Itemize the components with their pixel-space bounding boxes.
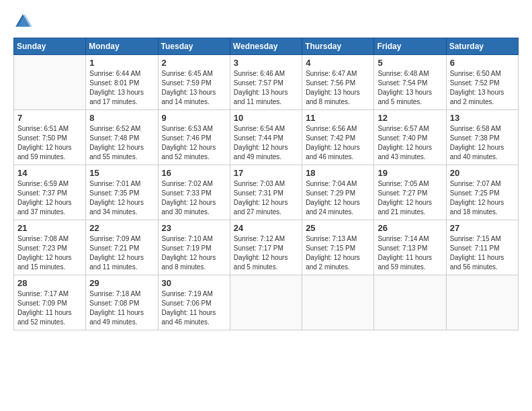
day-info: Sunrise: 7:13 AM Sunset: 7:15 PM Dayligh… [306, 234, 370, 272]
day-number: 17 [234, 168, 298, 178]
calendar-cell: 3Sunrise: 6:46 AM Sunset: 7:57 PM Daylig… [230, 55, 302, 110]
day-number: 25 [306, 223, 370, 233]
calendar-cell [302, 275, 374, 330]
day-info: Sunrise: 7:03 AM Sunset: 7:31 PM Dayligh… [234, 179, 298, 217]
calendar-cell: 23Sunrise: 7:10 AM Sunset: 7:19 PM Dayli… [158, 220, 230, 275]
day-info: Sunrise: 6:53 AM Sunset: 7:46 PM Dayligh… [162, 124, 226, 162]
weekday-header-monday: Monday [86, 38, 158, 55]
calendar: SundayMondayTuesdayWednesdayThursdayFrid… [13, 38, 519, 330]
day-info: Sunrise: 7:08 AM Sunset: 7:23 PM Dayligh… [17, 234, 82, 272]
calendar-cell: 12Sunrise: 6:57 AM Sunset: 7:40 PM Dayli… [374, 110, 446, 165]
day-number: 6 [450, 58, 515, 68]
calendar-cell: 24Sunrise: 7:12 AM Sunset: 7:17 PM Dayli… [230, 220, 302, 275]
calendar-cell: 9Sunrise: 6:53 AM Sunset: 7:46 PM Daylig… [158, 110, 230, 165]
day-number: 21 [17, 223, 82, 233]
day-info: Sunrise: 7:14 AM Sunset: 7:13 PM Dayligh… [378, 234, 442, 272]
calendar-cell: 15Sunrise: 7:01 AM Sunset: 7:35 PM Dayli… [86, 165, 158, 220]
day-info: Sunrise: 6:59 AM Sunset: 7:37 PM Dayligh… [17, 179, 82, 217]
day-info: Sunrise: 7:07 AM Sunset: 7:25 PM Dayligh… [450, 179, 515, 217]
day-number: 14 [17, 168, 82, 178]
day-number: 11 [306, 113, 370, 123]
calendar-row: 1Sunrise: 6:44 AM Sunset: 8:01 PM Daylig… [14, 55, 519, 110]
calendar-row: 28Sunrise: 7:17 AM Sunset: 7:09 PM Dayli… [14, 275, 519, 330]
calendar-cell: 27Sunrise: 7:15 AM Sunset: 7:11 PM Dayli… [446, 220, 518, 275]
calendar-cell: 8Sunrise: 6:52 AM Sunset: 7:48 PM Daylig… [86, 110, 158, 165]
day-info: Sunrise: 6:58 AM Sunset: 7:38 PM Dayligh… [450, 124, 515, 162]
day-info: Sunrise: 7:17 AM Sunset: 7:09 PM Dayligh… [17, 289, 82, 327]
day-number: 5 [378, 58, 442, 68]
calendar-cell: 4Sunrise: 6:47 AM Sunset: 7:56 PM Daylig… [302, 55, 374, 110]
day-number: 22 [89, 223, 154, 233]
calendar-cell: 11Sunrise: 6:56 AM Sunset: 7:42 PM Dayli… [302, 110, 374, 165]
day-info: Sunrise: 7:02 AM Sunset: 7:33 PM Dayligh… [162, 179, 226, 217]
weekday-header-sunday: Sunday [14, 38, 86, 55]
day-number: 9 [162, 113, 226, 123]
page: SundayMondayTuesdayWednesdayThursdayFrid… [0, 0, 532, 411]
day-info: Sunrise: 7:19 AM Sunset: 7:06 PM Dayligh… [162, 289, 226, 327]
day-number: 16 [162, 168, 226, 178]
day-info: Sunrise: 7:09 AM Sunset: 7:21 PM Dayligh… [89, 234, 154, 272]
day-info: Sunrise: 6:54 AM Sunset: 7:44 PM Dayligh… [234, 124, 298, 162]
day-number: 10 [234, 113, 298, 123]
day-number: 27 [450, 223, 515, 233]
calendar-cell: 1Sunrise: 6:44 AM Sunset: 8:01 PM Daylig… [86, 55, 158, 110]
day-number: 26 [378, 223, 442, 233]
calendar-cell: 2Sunrise: 6:45 AM Sunset: 7:59 PM Daylig… [158, 55, 230, 110]
day-number: 23 [162, 223, 226, 233]
day-info: Sunrise: 7:01 AM Sunset: 7:35 PM Dayligh… [89, 179, 154, 217]
weekday-header-row: SundayMondayTuesdayWednesdayThursdayFrid… [14, 38, 519, 55]
calendar-cell [230, 275, 302, 330]
day-info: Sunrise: 6:51 AM Sunset: 7:50 PM Dayligh… [17, 124, 82, 162]
calendar-cell: 28Sunrise: 7:17 AM Sunset: 7:09 PM Dayli… [14, 275, 86, 330]
day-number: 8 [89, 113, 154, 123]
calendar-cell: 13Sunrise: 6:58 AM Sunset: 7:38 PM Dayli… [446, 110, 518, 165]
calendar-cell: 29Sunrise: 7:18 AM Sunset: 7:08 PM Dayli… [86, 275, 158, 330]
day-number: 13 [450, 113, 515, 123]
calendar-cell: 26Sunrise: 7:14 AM Sunset: 7:13 PM Dayli… [374, 220, 446, 275]
weekday-header-wednesday: Wednesday [230, 38, 302, 55]
day-info: Sunrise: 7:12 AM Sunset: 7:17 PM Dayligh… [234, 234, 298, 272]
calendar-cell: 5Sunrise: 6:48 AM Sunset: 7:54 PM Daylig… [374, 55, 446, 110]
calendar-cell: 20Sunrise: 7:07 AM Sunset: 7:25 PM Dayli… [446, 165, 518, 220]
calendar-row: 21Sunrise: 7:08 AM Sunset: 7:23 PM Dayli… [14, 220, 519, 275]
calendar-cell: 17Sunrise: 7:03 AM Sunset: 7:31 PM Dayli… [230, 165, 302, 220]
calendar-cell [446, 275, 518, 330]
weekday-header-thursday: Thursday [302, 38, 374, 55]
day-number: 28 [17, 278, 82, 288]
calendar-cell: 25Sunrise: 7:13 AM Sunset: 7:15 PM Dayli… [302, 220, 374, 275]
day-info: Sunrise: 6:52 AM Sunset: 7:48 PM Dayligh… [89, 124, 154, 162]
day-info: Sunrise: 7:05 AM Sunset: 7:27 PM Dayligh… [378, 179, 442, 217]
day-number: 1 [89, 58, 154, 68]
day-number: 15 [89, 168, 154, 178]
header [13, 12, 519, 31]
day-number: 4 [306, 58, 370, 68]
calendar-cell: 19Sunrise: 7:05 AM Sunset: 7:27 PM Dayli… [374, 165, 446, 220]
day-info: Sunrise: 7:15 AM Sunset: 7:11 PM Dayligh… [450, 234, 515, 272]
day-info: Sunrise: 6:57 AM Sunset: 7:40 PM Dayligh… [378, 124, 442, 162]
day-number: 30 [162, 278, 226, 288]
day-info: Sunrise: 7:10 AM Sunset: 7:19 PM Dayligh… [162, 234, 226, 272]
day-info: Sunrise: 6:45 AM Sunset: 7:59 PM Dayligh… [162, 69, 226, 107]
day-info: Sunrise: 6:56 AM Sunset: 7:42 PM Dayligh… [306, 124, 370, 162]
weekday-header-friday: Friday [374, 38, 446, 55]
calendar-row: 14Sunrise: 6:59 AM Sunset: 7:37 PM Dayli… [14, 165, 519, 220]
day-number: 20 [450, 168, 515, 178]
calendar-cell: 6Sunrise: 6:50 AM Sunset: 7:52 PM Daylig… [446, 55, 518, 110]
calendar-cell: 18Sunrise: 7:04 AM Sunset: 7:29 PM Dayli… [302, 165, 374, 220]
day-number: 12 [378, 113, 442, 123]
calendar-cell [14, 55, 86, 110]
logo [13, 12, 35, 31]
weekday-header-saturday: Saturday [446, 38, 518, 55]
calendar-cell: 21Sunrise: 7:08 AM Sunset: 7:23 PM Dayli… [14, 220, 86, 275]
calendar-cell: 22Sunrise: 7:09 AM Sunset: 7:21 PM Dayli… [86, 220, 158, 275]
day-number: 24 [234, 223, 298, 233]
calendar-row: 7Sunrise: 6:51 AM Sunset: 7:50 PM Daylig… [14, 110, 519, 165]
calendar-cell: 16Sunrise: 7:02 AM Sunset: 7:33 PM Dayli… [158, 165, 230, 220]
day-info: Sunrise: 6:47 AM Sunset: 7:56 PM Dayligh… [306, 69, 370, 107]
day-number: 29 [89, 278, 154, 288]
calendar-cell: 30Sunrise: 7:19 AM Sunset: 7:06 PM Dayli… [158, 275, 230, 330]
calendar-cell [374, 275, 446, 330]
logo-icon [13, 12, 32, 31]
day-info: Sunrise: 6:50 AM Sunset: 7:52 PM Dayligh… [450, 69, 515, 107]
day-info: Sunrise: 6:44 AM Sunset: 8:01 PM Dayligh… [89, 69, 154, 107]
